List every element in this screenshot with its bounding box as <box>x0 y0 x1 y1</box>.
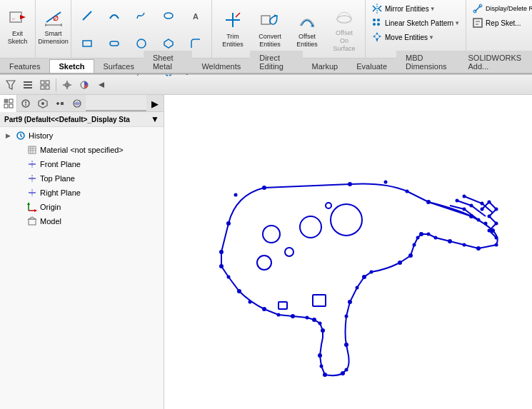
svg-point-129 <box>416 236 420 240</box>
tab-sketch[interactable]: Sketch <box>49 59 94 73</box>
left-panel: ▶ Part9 (Default<<Default>_Display Sta ▼… <box>0 95 164 409</box>
tree-item-history[interactable]: ▶ History <box>0 128 164 143</box>
svg-point-139 <box>463 195 466 198</box>
move-dropdown[interactable]: ▼ <box>428 34 434 41</box>
list-view-button[interactable] <box>20 77 36 93</box>
svg-point-93 <box>326 203 331 208</box>
exit-sketch-label: Exit Sketch <box>6 30 29 46</box>
tree-item-front-plane[interactable]: Front Plane <box>0 157 164 171</box>
tab-solidworks-add[interactable]: SOLIDWORKS Add... <box>459 51 532 73</box>
mirror-entities-label: Mirror Entities <box>385 5 429 13</box>
convert-entities-button[interactable]: Convert Entities <box>252 6 288 51</box>
fillet-icon <box>189 37 202 50</box>
display-delete-label: Display/Delete Relations <box>486 5 532 13</box>
line-button[interactable] <box>74 2 100 29</box>
tab-features[interactable]: Features <box>0 59 49 73</box>
svg-marker-85 <box>29 217 36 219</box>
ellipse-button[interactable] <box>156 2 181 29</box>
svg-rect-53 <box>4 99 8 103</box>
rectangle-button[interactable] <box>74 30 100 57</box>
svg-point-125 <box>345 368 348 372</box>
tree-item-origin[interactable]: Origin <box>0 200 164 214</box>
chart-button[interactable] <box>76 77 92 93</box>
tab-weldments[interactable]: Weldments <box>192 59 250 73</box>
crosshair-button[interactable] <box>59 77 75 93</box>
model-label: Model <box>40 217 161 226</box>
svg-point-114 <box>291 314 295 318</box>
tree-tab-forward[interactable]: ▶ <box>146 95 164 112</box>
canvas-area[interactable] <box>164 95 532 409</box>
svg-point-141 <box>481 208 484 211</box>
svg-point-137 <box>470 204 473 208</box>
svg-rect-42 <box>24 84 32 86</box>
tree-filter-icon[interactable]: ▼ <box>151 114 159 124</box>
svg-line-7 <box>83 11 91 20</box>
svg-point-12 <box>137 39 146 48</box>
material-expander <box>14 145 24 155</box>
svg-rect-90 <box>313 295 326 306</box>
offset-surface-label: Offset On Surface <box>331 29 358 52</box>
exit-sketch-button[interactable]: ← Exit Sketch <box>2 3 34 49</box>
svg-rect-91 <box>278 302 287 309</box>
svg-line-68 <box>21 136 22 137</box>
tree-tab-parts[interactable] <box>0 95 17 112</box>
svg-rect-47 <box>46 86 49 89</box>
svg-rect-46 <box>41 86 44 89</box>
text-button[interactable]: A <box>183 2 209 29</box>
svg-point-96 <box>262 186 266 190</box>
tree-item-right-plane[interactable]: Right Plane <box>0 186 164 200</box>
mirror-dropdown[interactable]: ▼ <box>430 6 436 12</box>
tab-bar: Features Sketch Surfaces Sheet Metal Wel… <box>0 59 532 74</box>
tab-surfaces[interactable]: Surfaces <box>94 59 144 73</box>
expand-button[interactable] <box>94 77 109 93</box>
svg-point-86 <box>331 204 362 236</box>
svg-rect-54 <box>9 99 13 103</box>
tree-item-model[interactable]: Model <box>0 214 164 228</box>
tree-view-button[interactable] <box>37 77 53 93</box>
tab-mbd[interactable]: MBD Dimensions <box>396 51 458 73</box>
offset-surface-icon <box>333 5 356 28</box>
svg-rect-43 <box>24 87 32 89</box>
tree-tab-display[interactable] <box>69 95 86 112</box>
svg-point-143 <box>495 208 498 211</box>
trim-entities-label: Trim Entities <box>219 33 246 49</box>
tab-evaluate[interactable]: Evaluate <box>347 59 396 73</box>
convert-entities-label: Convert Entities <box>256 33 283 49</box>
arc-button[interactable] <box>101 2 127 29</box>
spline-button[interactable] <box>129 2 154 29</box>
move-entities-button[interactable]: Move Entities ▼ <box>368 31 437 44</box>
svg-point-110 <box>323 373 327 377</box>
rep-sketch-label: Rep Sket... <box>486 19 521 27</box>
tab-sheetmetal[interactable]: Sheet Metal <box>144 51 192 73</box>
svg-point-119 <box>434 236 438 240</box>
offset-entities-button[interactable]: Offset Entities <box>289 6 325 51</box>
tree-tab-properties[interactable] <box>17 95 34 112</box>
tree-tab-config[interactable] <box>34 95 51 112</box>
svg-point-131 <box>384 181 388 184</box>
smart-dimension-button[interactable]: ∅ Smart Dimension <box>34 3 73 49</box>
tree-item-material[interactable]: Material <not specified> <box>0 143 164 157</box>
sketch-canvas <box>207 152 507 409</box>
svg-point-113 <box>312 318 316 322</box>
arc-icon <box>108 9 121 22</box>
secondary-toolbar <box>0 75 532 95</box>
filter-button[interactable] <box>3 77 19 93</box>
mirror-entities-button[interactable]: Mirror Entities ▼ <box>368 2 438 15</box>
trim-entities-button[interactable]: Trim Entities <box>215 6 251 51</box>
tree-tab-equations[interactable] <box>51 95 69 112</box>
display-delete-relations-button[interactable]: Display/Delete Relations ▼ <box>469 2 532 15</box>
move-icon <box>371 31 383 43</box>
history-expander[interactable]: ▶ <box>3 131 13 141</box>
svg-point-87 <box>300 216 321 238</box>
rep-icon <box>472 17 483 29</box>
linear-sketch-pattern-button[interactable]: Linear Sketch Pattern ▼ <box>368 16 463 29</box>
rep-sketch-button[interactable]: Rep Sket... <box>469 16 523 29</box>
tree-item-top-plane[interactable]: Top Plane <box>0 171 164 186</box>
offset-on-surface-button[interactable]: Offset On Surface <box>326 2 362 55</box>
svg-marker-13 <box>164 39 173 48</box>
mirror-group: Mirror Entities ▼ Linear Sketch Pattern … <box>366 0 466 58</box>
tab-markup[interactable]: Markup <box>303 59 348 73</box>
slot-button[interactable] <box>101 30 127 57</box>
tab-direct-editing[interactable]: Direct Editing <box>250 51 302 73</box>
pattern-dropdown[interactable]: ▼ <box>454 20 460 26</box>
